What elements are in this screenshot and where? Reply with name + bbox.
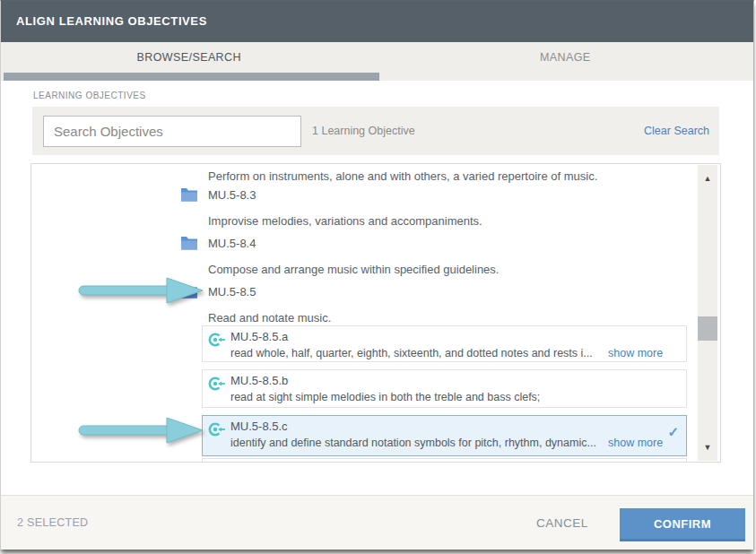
folder-description: Improvise melodies, variations and accom…	[208, 213, 482, 229]
dialog-title-bar: ALIGN LEARNING OBJECTIVES	[1, 1, 753, 42]
dialog-title: ALIGN LEARNING OBJECTIVES	[16, 1, 207, 42]
dialog-footer: 2 SELECTED CANCEL CONFIRM	[1, 495, 753, 550]
objective-icon	[208, 421, 226, 437]
align-learning-objectives-dialog: ALIGN LEARNING OBJECTIVES BROWSE/SEARCH …	[0, 0, 754, 550]
folder-icon	[180, 235, 198, 250]
folder-code: MU.5-8.5	[208, 284, 256, 299]
folder-code: MU.5-8.4	[208, 236, 256, 251]
show-more-link[interactable]: show more	[608, 436, 663, 450]
objective-text: read at sight simple melodies in both th…	[230, 390, 540, 404]
scrollbar-track[interactable]: ▲ ▼	[698, 165, 717, 461]
clear-search-link[interactable]: Clear Search	[644, 125, 709, 137]
folder-icon	[180, 186, 198, 202]
objective-text: identify and define standard notation sy…	[230, 436, 596, 450]
search-panel: 1 Learning Objective Clear Search	[32, 107, 719, 155]
objective-row-partial	[202, 458, 687, 463]
cancel-button[interactable]: CANCEL	[536, 496, 588, 550]
folder-description: Compose and arrange music within specifi…	[208, 262, 499, 277]
folder-code: MU.5-8.3	[208, 187, 256, 203]
objective-icon	[208, 332, 226, 348]
scroll-up-icon[interactable]: ▲	[698, 170, 717, 186]
result-count: 1 Learning Objective	[312, 125, 415, 137]
check-icon: ✓	[667, 424, 679, 440]
objective-row[interactable]: MU.5-8.5.a read whole, half, quarter, ei…	[202, 325, 687, 362]
objective-code: MU.5-8.5.b	[230, 374, 288, 388]
active-tab-indicator	[4, 73, 379, 81]
objective-text: read whole, half, quarter, eighth, sixte…	[230, 346, 593, 360]
search-input[interactable]	[43, 116, 301, 147]
screenshot-stage: ALIGN LEARNING OBJECTIVES BROWSE/SEARCH …	[0, 0, 756, 554]
tab-manage[interactable]: MANAGE	[378, 42, 754, 81]
annotation-arrow-icon	[77, 415, 207, 446]
folder-description: Read and notate music.	[208, 310, 331, 325]
objective-row-selected[interactable]: MU.5-8.5.c identify and define standard …	[202, 415, 687, 456]
learning-objectives-section-label: LEARNING OBJECTIVES	[33, 91, 146, 100]
annotation-arrow-icon	[77, 275, 207, 306]
selected-count: 2 SELECTED	[17, 496, 88, 550]
objective-code: MU.5-8.5.a	[230, 330, 288, 344]
objective-code: MU.5-8.5.c	[230, 420, 288, 434]
objective-row[interactable]: MU.5-8.5.b read at sight simple melodies…	[202, 369, 687, 408]
confirm-button[interactable]: CONFIRM	[620, 508, 745, 541]
objective-icon	[208, 376, 226, 392]
scrollbar-thumb[interactable]	[698, 316, 717, 341]
folder-description: Perform on instruments, alone and with o…	[208, 169, 597, 184]
scroll-down-icon[interactable]: ▼	[698, 439, 717, 455]
show-more-link[interactable]: show more	[608, 346, 663, 360]
